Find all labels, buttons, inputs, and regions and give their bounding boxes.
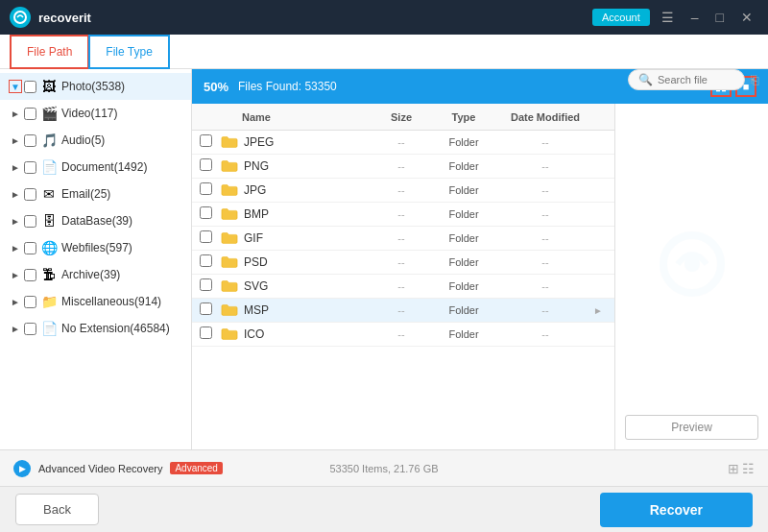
table-row[interactable]: PSD -- Folder -- (192, 251, 614, 275)
row-checkbox[interactable] (200, 230, 217, 246)
sidebar-checkbox[interactable] (24, 296, 36, 308)
sidebar-checkbox[interactable] (24, 134, 36, 147)
sidebar-checkbox[interactable] (24, 81, 36, 93)
content-area: ▼🖼Photo(3538)►🎬Video(117)►🎵Audio(5)►📄Doc… (0, 69, 768, 449)
filter-icon[interactable]: ⎗ (751, 72, 758, 87)
table-row[interactable]: ICO -- Folder -- (192, 323, 614, 347)
video-icon: 🎬 (41, 106, 57, 121)
search-input[interactable] (658, 74, 734, 85)
sidebar-item-doc[interactable]: ►📄Document(1492) (0, 154, 191, 181)
audio-icon: 🎵 (41, 133, 57, 148)
folder-icon (221, 183, 238, 197)
minimize-button[interactable]: – (685, 8, 705, 27)
recover-button[interactable]: Recover (600, 493, 753, 527)
row-checkbox[interactable] (200, 278, 217, 294)
row-checkbox[interactable] (200, 182, 217, 198)
sidebar-item-misc[interactable]: ►📁Miscellaneous(914) (0, 288, 191, 315)
file-date: -- (497, 184, 593, 196)
more-icon: ► (593, 305, 607, 316)
sidebar-item-photo[interactable]: ▼🖼Photo(3538) (0, 73, 191, 100)
title-bar: recoverit Account ☰ – □ ✕ (0, 0, 768, 35)
search-icon: 🔍 (638, 73, 653, 86)
file-name: PSD (244, 255, 372, 269)
advanced-badge: Advanced (170, 462, 222, 474)
chevron-icon: ► (9, 268, 22, 281)
svg-point-2 (684, 256, 700, 272)
table-row[interactable]: JPG -- Folder -- (192, 179, 614, 203)
list-view-icon[interactable]: ☷ (742, 461, 755, 476)
sidebar-item-web[interactable]: ►🌐Webfiles(597) (0, 234, 191, 261)
file-list-wrapper: Name Size Type Date Modified JPEG -- Fol… (192, 104, 768, 449)
row-checkbox[interactable] (200, 254, 217, 270)
sidebar-label: Archive(39) (61, 268, 120, 281)
row-checkbox[interactable] (200, 134, 217, 150)
sidebar-checkbox[interactable] (24, 161, 36, 174)
folder-icon (221, 231, 238, 245)
chevron-icon: ► (9, 322, 22, 335)
file-type: Folder (430, 280, 497, 292)
sidebar: ▼🖼Photo(3538)►🎬Video(117)►🎵Audio(5)►📄Doc… (0, 69, 192, 449)
file-type: Folder (430, 304, 497, 316)
sidebar-label: Webfiles(597) (61, 241, 132, 254)
file-date: -- (497, 136, 593, 148)
maximize-button[interactable]: □ (710, 8, 730, 27)
preview-image-area (625, 113, 758, 415)
sidebar-checkbox[interactable] (24, 188, 36, 201)
tab-file-path[interactable]: File Path (10, 35, 89, 69)
col-type: Type (430, 111, 497, 123)
db-icon: 🗄 (41, 213, 57, 229)
tab-bar: File Path File Type (0, 35, 768, 69)
title-bar-controls: Account ☰ – □ ✕ (592, 8, 758, 27)
folder-icon (221, 303, 238, 317)
sidebar-item-audio[interactable]: ►🎵Audio(5) (0, 127, 191, 154)
misc-icon: 📁 (41, 294, 57, 309)
table-row[interactable]: PNG -- Folder -- (192, 155, 614, 179)
file-name: SVG (244, 279, 372, 293)
row-checkbox[interactable] (200, 206, 217, 222)
table-row[interactable]: JPEG -- Folder -- (192, 131, 614, 155)
file-name: JPG (244, 183, 372, 197)
file-size: -- (372, 208, 430, 220)
sidebar-item-video[interactable]: ►🎬Video(117) (0, 100, 191, 127)
file-type: Folder (430, 232, 497, 244)
folder-icon (221, 327, 238, 341)
grid-view-icon[interactable]: ⊞ (728, 461, 739, 476)
chevron-icon: ▼ (9, 80, 22, 93)
items-info: 53350 Items, 21.76 GB (329, 463, 438, 474)
row-checkbox[interactable] (200, 302, 217, 318)
archive-icon: 🗜 (41, 267, 57, 282)
sidebar-checkbox[interactable] (24, 215, 36, 228)
preview-placeholder (649, 226, 735, 302)
account-button[interactable]: Account (592, 9, 650, 26)
hamburger-icon[interactable]: ☰ (656, 8, 680, 27)
folder-icon (221, 135, 238, 149)
preview-button[interactable]: Preview (625, 415, 758, 440)
sidebar-checkbox[interactable] (24, 242, 36, 254)
file-date: -- (497, 328, 593, 340)
tab-file-type[interactable]: File Type (88, 35, 169, 69)
table-row[interactable]: SVG -- Folder -- (192, 275, 614, 299)
table-row[interactable]: MSP -- Folder -- ► (192, 299, 614, 323)
file-date: -- (497, 280, 593, 292)
table-row[interactable]: BMP -- Folder -- (192, 203, 614, 227)
app-title: recoverit (38, 11, 91, 25)
back-button[interactable]: Back (15, 494, 99, 525)
chevron-icon: ► (9, 133, 22, 147)
svg-point-0 (14, 12, 26, 23)
grid-icons: ⊞ ☷ (728, 461, 755, 476)
close-button[interactable]: ✕ (735, 8, 758, 27)
row-checkbox[interactable] (200, 326, 217, 342)
table-row[interactable]: GIF -- Folder -- (192, 227, 614, 251)
sidebar-checkbox[interactable] (24, 323, 36, 335)
sidebar-label: Photo(3538) (61, 80, 125, 93)
chevron-icon: ► (9, 107, 22, 120)
col-date: Date Modified (497, 111, 593, 123)
sidebar-checkbox[interactable] (24, 269, 36, 281)
sidebar-checkbox[interactable] (24, 108, 36, 120)
sidebar-item-archive[interactable]: ►🗜Archive(39) (0, 261, 191, 288)
row-checkbox[interactable] (200, 158, 217, 174)
sidebar-item-noext[interactable]: ►📄No Extension(46584) (0, 315, 191, 342)
file-type: Folder (430, 208, 497, 220)
sidebar-item-db[interactable]: ►🗄DataBase(39) (0, 207, 191, 234)
sidebar-item-email[interactable]: ►✉Email(25) (0, 181, 191, 207)
